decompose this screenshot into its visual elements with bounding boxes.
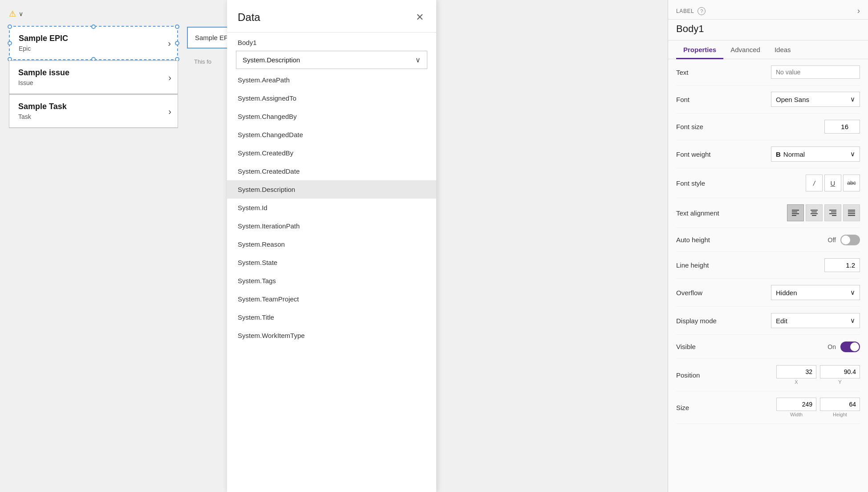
prop-row-font-size: Font size [676, 114, 860, 140]
italic-button[interactable]: / [806, 175, 823, 191]
panel-tabs: Properties Advanced Ideas [668, 41, 868, 59]
size-height-field: Height [820, 398, 860, 417]
svg-rect-8 [829, 210, 836, 211]
modal-section-label: Body1 [227, 33, 436, 51]
prop-row-display-mode: Display mode Edit ∨ [676, 307, 860, 335]
modal-dropdown-field[interactable]: System.Description ∨ [236, 51, 427, 69]
canvas-item-issue-title: Sample issue [18, 68, 169, 77]
panel-expand-icon[interactable]: › [857, 6, 860, 16]
align-center-button[interactable] [806, 204, 823, 221]
list-item[interactable]: System.State [227, 253, 436, 272]
svg-rect-12 [848, 210, 855, 211]
display-mode-chevron-icon: ∨ [850, 317, 855, 325]
prop-row-font: Font Open Sans ∨ [676, 85, 860, 114]
canvas-chevron-icon[interactable]: ∨ [19, 10, 23, 17]
prop-row-font-weight: Font weight B Normal ∨ [676, 140, 860, 168]
svg-rect-5 [811, 211, 817, 212]
divider-3 [9, 128, 178, 128]
svg-rect-15 [848, 215, 855, 216]
display-mode-dropdown[interactable]: Edit ∨ [771, 313, 860, 328]
font-weight-bold-icon: B [776, 150, 781, 158]
list-item[interactable]: System.AssignedTo [227, 89, 436, 107]
canvas-item-issue-subtitle: Issue [18, 79, 169, 86]
svg-rect-1 [792, 211, 797, 212]
svg-rect-9 [831, 211, 836, 212]
prop-row-visible: Visible On [676, 335, 860, 359]
list-item[interactable]: System.TeamProject [227, 290, 436, 308]
prop-value-position: X Y [734, 365, 860, 385]
canvas-item-epic[interactable]: Sample EPIC Epic › [9, 26, 178, 60]
font-weight-dropdown-value: Normal [783, 150, 805, 158]
align-left-button[interactable] [787, 204, 804, 221]
svg-rect-14 [848, 213, 855, 214]
svg-rect-7 [812, 215, 816, 216]
prop-value-font-style: / U abc [734, 175, 860, 191]
modal-title: Data [238, 11, 260, 24]
list-item[interactable]: System.IterationPath [227, 217, 436, 235]
tab-properties[interactable]: Properties [676, 41, 723, 59]
overflow-dropdown[interactable]: Hidden ∨ [771, 285, 860, 300]
position-y-field: Y [820, 365, 860, 385]
modal-dropdown-value: System.Description [243, 56, 300, 64]
prop-value-overflow: Hidden ∨ [734, 285, 860, 300]
prop-label-overflow: Overflow [676, 289, 734, 297]
canvas-item-issue[interactable]: Sample issue Issue › [9, 61, 178, 94]
overflow-chevron-icon: ∨ [850, 289, 855, 297]
handle-tr [175, 24, 179, 29]
visible-toggle[interactable] [840, 342, 860, 352]
size-width-input[interactable] [776, 398, 816, 411]
position-y-input[interactable] [820, 365, 860, 378]
font-weight-dropdown[interactable]: B Normal ∨ [771, 146, 860, 162]
prop-row-auto-height: Auto height Off [676, 228, 860, 252]
list-item[interactable]: System.Reason [227, 235, 436, 253]
list-item[interactable]: System.CreatedBy [227, 144, 436, 162]
line-height-input[interactable] [824, 258, 860, 272]
prop-row-position: Position X Y [676, 359, 860, 391]
font-dropdown-chevron-icon: ∨ [850, 95, 855, 103]
position-x-field: X [776, 365, 816, 385]
list-item[interactable]: System.CreatedDate [227, 162, 436, 180]
font-size-input[interactable] [824, 120, 860, 134]
auto-height-toggle[interactable] [840, 235, 860, 245]
list-item[interactable]: System.WorkItemType [227, 326, 436, 345]
canvas-item-task[interactable]: Sample Task Task › [9, 94, 178, 128]
size-height-input[interactable] [820, 398, 860, 411]
canvas-item-issue-arrow: › [168, 72, 171, 82]
prop-value-display-mode: Edit ∨ [734, 313, 860, 328]
list-item[interactable]: System.ChangedBy [227, 107, 436, 126]
svg-rect-11 [832, 215, 836, 216]
text-input[interactable] [771, 65, 860, 79]
list-item[interactable]: System.ChangedDate [227, 126, 436, 144]
tab-ideas[interactable]: Ideas [767, 41, 798, 59]
modal-dropdown-list: System.AreaPath System.AssignedTo System… [227, 71, 436, 345]
panel-help-button[interactable]: ? [698, 7, 706, 15]
prop-label-font-weight: Font weight [676, 150, 734, 158]
prop-label-text-align: Text alignment [676, 209, 734, 217]
list-item[interactable]: System.Title [227, 308, 436, 326]
list-item[interactable]: System.Id [227, 199, 436, 217]
prop-label-font-style: Font style [676, 179, 734, 187]
position-x-label: X [795, 379, 798, 385]
prop-label-position: Position [676, 371, 734, 379]
align-group [787, 204, 860, 221]
prop-label-font-size: Font size [676, 123, 734, 130]
visible-toggle-knob [850, 342, 859, 351]
align-justify-button[interactable] [843, 204, 860, 221]
canvas-item-task-title: Sample Task [18, 102, 169, 111]
position-row: X Y [776, 365, 860, 385]
prop-row-size: Size Width Height [676, 391, 860, 424]
tab-advanced[interactable]: Advanced [723, 41, 767, 59]
font-style-group: / U abc [806, 175, 860, 191]
position-x-input[interactable] [776, 365, 816, 378]
list-item-selected[interactable]: System.Description [227, 180, 436, 199]
svg-rect-0 [792, 210, 799, 211]
list-item[interactable]: System.Tags [227, 272, 436, 290]
font-dropdown[interactable]: Open Sans ∨ [771, 92, 860, 107]
strikethrough-button[interactable]: abc [843, 175, 860, 191]
list-item[interactable]: System.AreaPath [227, 71, 436, 89]
underline-button[interactable]: U [824, 175, 841, 191]
modal-close-button[interactable]: ✕ [414, 10, 426, 25]
handle-tm [91, 24, 96, 29]
align-right-button[interactable] [824, 204, 841, 221]
size-row: Width Height [776, 398, 860, 417]
